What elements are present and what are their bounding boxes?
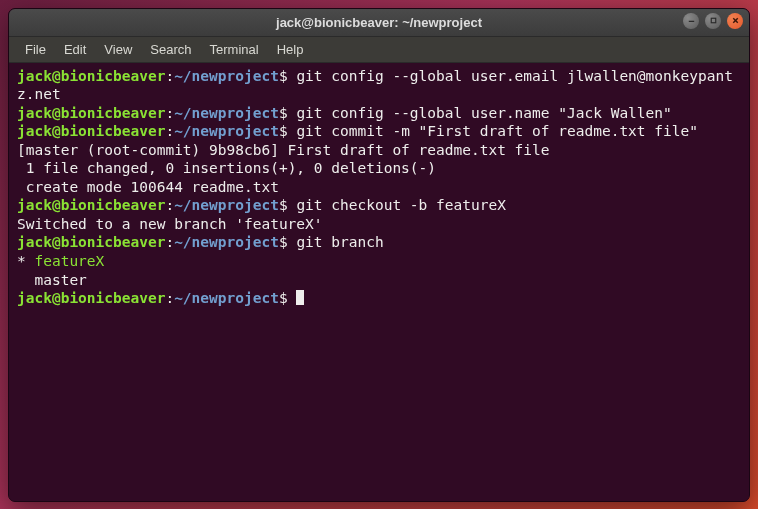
- terminal-line: jack@bionicbeaver:~/newproject$: [17, 289, 741, 308]
- output-line: 1 file changed, 0 insertions(+), 0 delet…: [17, 159, 741, 178]
- command-text: git checkout -b featureX: [296, 197, 506, 213]
- maximize-button[interactable]: [705, 13, 721, 29]
- prompt-path: ~/newproject: [174, 68, 279, 84]
- svg-rect-1: [711, 18, 716, 23]
- menu-view[interactable]: View: [96, 39, 140, 60]
- minimize-icon: [687, 16, 696, 25]
- menu-help[interactable]: Help: [269, 39, 312, 60]
- window-controls: [683, 13, 743, 29]
- terminal-window: jack@bionicbeaver: ~/newproject File Edi…: [8, 8, 750, 502]
- command-text: git config --global user.name "Jack Wall…: [296, 105, 671, 121]
- prompt-user: jack@bionicbeaver: [17, 68, 165, 84]
- command-text: git commit -m "First draft of readme.txt…: [296, 123, 698, 139]
- current-branch: featureX: [34, 253, 104, 269]
- window-title: jack@bionicbeaver: ~/newproject: [276, 15, 482, 30]
- menu-edit[interactable]: Edit: [56, 39, 94, 60]
- prompt-symbol: $: [279, 68, 288, 84]
- terminal-line: jack@bionicbeaver:~/newproject$ git conf…: [17, 67, 741, 104]
- output-line: master: [17, 271, 741, 290]
- menu-file[interactable]: File: [17, 39, 54, 60]
- output-line: Switched to a new branch 'featureX': [17, 215, 741, 234]
- command-text: git branch: [296, 234, 383, 250]
- cursor: [296, 290, 304, 305]
- menubar: File Edit View Search Terminal Help: [9, 37, 749, 63]
- output-line: [master (root-commit) 9b98cb6] First dra…: [17, 141, 741, 160]
- terminal-line: jack@bionicbeaver:~/newproject$ git chec…: [17, 196, 741, 215]
- terminal-line: jack@bionicbeaver:~/newproject$ git conf…: [17, 104, 741, 123]
- close-icon: [731, 16, 740, 25]
- output-line: create mode 100644 readme.txt: [17, 178, 741, 197]
- close-button[interactable]: [727, 13, 743, 29]
- terminal-line: jack@bionicbeaver:~/newproject$ git bran…: [17, 233, 741, 252]
- maximize-icon: [709, 16, 718, 25]
- menu-terminal[interactable]: Terminal: [202, 39, 267, 60]
- titlebar[interactable]: jack@bionicbeaver: ~/newproject: [9, 9, 749, 37]
- menu-search[interactable]: Search: [142, 39, 199, 60]
- terminal-body[interactable]: jack@bionicbeaver:~/newproject$ git conf…: [9, 63, 749, 501]
- minimize-button[interactable]: [683, 13, 699, 29]
- terminal-line: jack@bionicbeaver:~/newproject$ git comm…: [17, 122, 741, 141]
- output-line: * featureX: [17, 252, 741, 271]
